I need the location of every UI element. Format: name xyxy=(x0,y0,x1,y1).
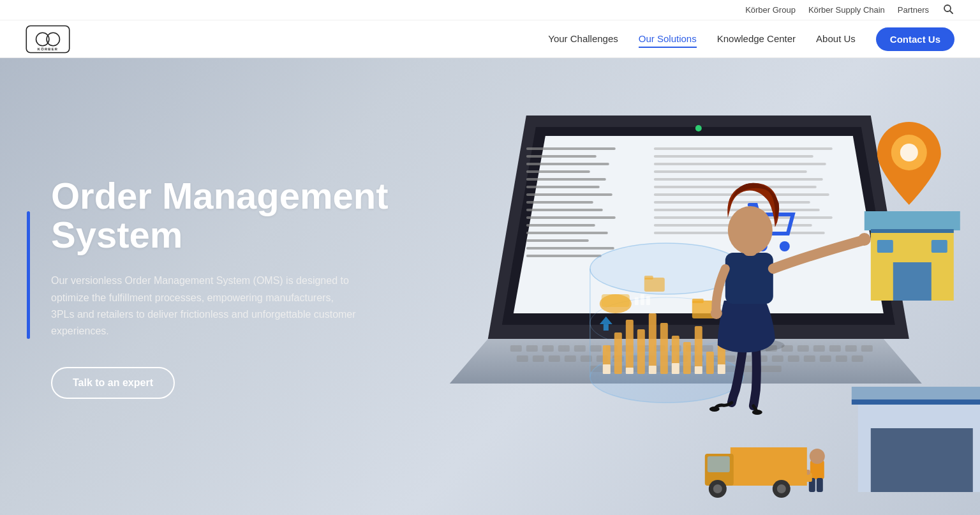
talk-to-expert-button[interactable]: Talk to an expert xyxy=(51,367,175,399)
svg-rect-92 xyxy=(614,332,622,374)
svg-rect-41 xyxy=(526,345,538,352)
svg-rect-60 xyxy=(829,345,841,352)
svg-point-147 xyxy=(713,484,722,493)
top-bar: Körber Group Körber Supply Chain Partner… xyxy=(0,0,980,20)
svg-rect-45 xyxy=(590,345,602,352)
site-header: Körber Group Körber Supply Chain Partner… xyxy=(0,0,980,58)
hero-description: Our versionless Order Management System … xyxy=(51,272,357,340)
svg-rect-115 xyxy=(692,299,704,303)
svg-rect-40 xyxy=(510,345,522,352)
contact-us-button[interactable]: Contact Us xyxy=(876,27,954,51)
svg-point-38 xyxy=(695,125,702,131)
svg-point-122 xyxy=(858,233,871,246)
svg-rect-30 xyxy=(654,193,829,196)
svg-rect-105 xyxy=(672,363,679,374)
svg-rect-21 xyxy=(526,239,589,242)
svg-rect-106 xyxy=(695,366,702,374)
svg-rect-132 xyxy=(932,240,947,253)
svg-rect-130 xyxy=(893,262,932,301)
nav-link-about-us[interactable]: About Us xyxy=(816,33,856,47)
svg-rect-107 xyxy=(718,364,725,374)
svg-rect-66 xyxy=(565,355,576,362)
search-button[interactable] xyxy=(942,4,954,16)
logo[interactable]: KÖRBER xyxy=(26,22,70,57)
svg-point-120 xyxy=(752,410,762,415)
svg-rect-84 xyxy=(852,355,863,362)
nav-item-your-challenges[interactable]: Your Challenges xyxy=(548,33,618,45)
svg-rect-20 xyxy=(526,232,608,234)
svg-rect-11 xyxy=(526,163,609,165)
svg-point-149 xyxy=(777,484,786,493)
svg-point-139 xyxy=(810,449,825,464)
svg-rect-23 xyxy=(526,255,602,257)
svg-rect-93 xyxy=(626,320,634,374)
svg-rect-59 xyxy=(813,345,825,352)
svg-rect-83 xyxy=(836,355,847,362)
svg-rect-24 xyxy=(654,147,833,150)
svg-rect-110 xyxy=(635,297,639,305)
svg-point-125 xyxy=(728,206,773,255)
nav-item-about-us[interactable]: About Us xyxy=(816,33,856,45)
svg-rect-9 xyxy=(526,147,616,150)
svg-rect-96 xyxy=(660,323,668,374)
svg-line-1 xyxy=(950,11,953,13)
svg-rect-16 xyxy=(526,201,593,204)
svg-rect-141 xyxy=(817,478,823,492)
nav-item-our-solutions[interactable]: Our Solutions xyxy=(639,33,697,45)
nav-link-knowledge-center[interactable]: Knowledge Center xyxy=(717,33,796,47)
svg-rect-109 xyxy=(602,294,630,307)
hero-accent-bar xyxy=(27,211,30,339)
svg-text:KÖRBER: KÖRBER xyxy=(38,47,58,50)
svg-rect-26 xyxy=(654,163,826,165)
svg-rect-64 xyxy=(533,355,544,362)
svg-rect-25 xyxy=(654,155,813,158)
topbar-korber-supply[interactable]: Körber Supply Chain xyxy=(808,5,885,15)
svg-rect-116 xyxy=(644,278,665,292)
svg-point-119 xyxy=(709,407,720,412)
svg-rect-111 xyxy=(641,294,644,305)
svg-rect-65 xyxy=(549,355,560,362)
svg-rect-80 xyxy=(788,355,799,362)
svg-rect-22 xyxy=(526,247,614,250)
nav-item-knowledge-center[interactable]: Knowledge Center xyxy=(717,33,796,45)
hero-svg-illustration xyxy=(392,58,980,515)
svg-rect-32 xyxy=(654,209,820,211)
svg-point-127 xyxy=(900,144,918,161)
nav-link-our-solutions[interactable]: Our Solutions xyxy=(639,33,697,48)
topbar-korber-group[interactable]: Körber Group xyxy=(745,5,796,15)
svg-rect-100 xyxy=(706,352,714,374)
svg-rect-17 xyxy=(526,209,603,211)
nav-item-contact[interactable]: Contact Us xyxy=(876,27,954,51)
svg-rect-82 xyxy=(820,355,831,362)
svg-rect-121 xyxy=(725,253,773,304)
nav-link-your-challenges[interactable]: Your Challenges xyxy=(548,33,618,47)
hero-title: Order Management System xyxy=(51,177,432,255)
svg-rect-103 xyxy=(626,368,634,374)
logo-svg: KÖRBER xyxy=(26,22,70,57)
svg-rect-131 xyxy=(877,240,893,253)
svg-rect-144 xyxy=(731,447,807,486)
hero-section: Order Management System Our versionless … xyxy=(0,58,980,515)
main-nav: KÖRBER Your Challenges Our Solutions Kno… xyxy=(0,20,980,57)
svg-rect-94 xyxy=(637,329,645,374)
svg-rect-18 xyxy=(526,216,616,219)
svg-rect-14 xyxy=(526,186,600,188)
svg-rect-52 xyxy=(702,345,713,352)
svg-rect-28 xyxy=(654,178,823,181)
svg-rect-62 xyxy=(861,345,873,352)
svg-rect-137 xyxy=(852,399,980,405)
svg-rect-117 xyxy=(644,276,653,280)
svg-rect-133 xyxy=(871,229,954,233)
svg-rect-12 xyxy=(526,170,590,173)
svg-rect-81 xyxy=(804,355,815,362)
topbar-partners[interactable]: Partners xyxy=(898,5,929,15)
hero-illustration xyxy=(392,58,980,515)
svg-rect-135 xyxy=(852,387,980,399)
svg-rect-136 xyxy=(871,428,973,492)
search-icon xyxy=(943,4,953,14)
svg-rect-63 xyxy=(517,355,528,362)
svg-rect-27 xyxy=(654,170,807,173)
svg-rect-79 xyxy=(772,355,783,362)
svg-rect-102 xyxy=(603,364,611,374)
svg-marker-129 xyxy=(865,211,960,230)
